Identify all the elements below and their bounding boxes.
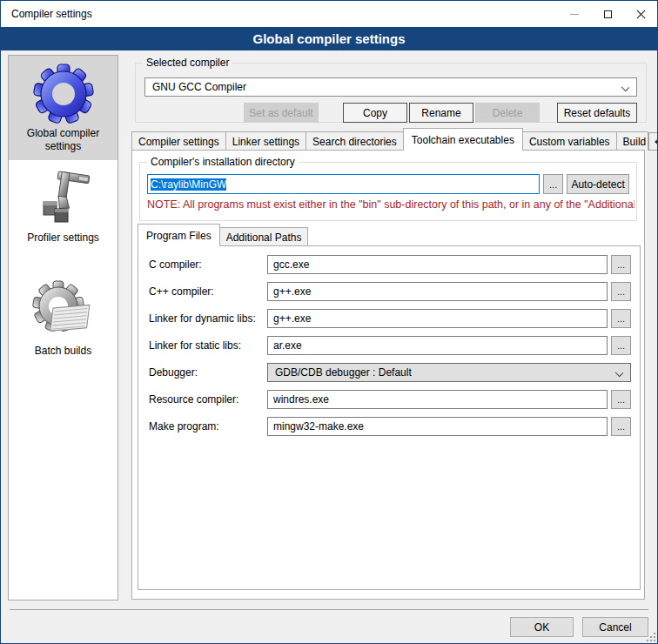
program-row-c-compiler: C compiler: ... xyxy=(149,255,631,274)
settings-tabstrip: Compiler settings Linker settings Search… xyxy=(131,130,658,151)
c-compiler-browse-button[interactable]: ... xyxy=(611,255,631,274)
installation-note: NOTE: All programs must exist either in … xyxy=(147,198,634,211)
toolchain-executables-page: Compiler's installation directory C:\ray… xyxy=(131,150,645,600)
resource-compiler-browse-button[interactable]: ... xyxy=(611,390,631,409)
installation-directory-group: Compiler's installation directory C:\ray… xyxy=(139,162,637,221)
gear-blue-icon xyxy=(32,63,95,125)
sidebar-item-label: Global compiler settings xyxy=(9,127,118,153)
installation-dir-browse-button[interactable]: ... xyxy=(543,174,563,194)
program-row-cpp-compiler: C++ compiler: ... xyxy=(149,282,631,301)
chevron-down-icon xyxy=(621,84,629,91)
reset-defaults-button[interactable]: Reset defaults xyxy=(557,103,637,123)
minimize-icon xyxy=(570,14,579,15)
sidebar-item-batch-builds[interactable]: Batch builds xyxy=(9,275,118,385)
program-files-tabstrip: Program Files Additional Paths xyxy=(138,225,307,246)
debugger-select-value: GDB/CDB debugger : Default xyxy=(275,366,412,379)
make-program-input[interactable] xyxy=(267,417,608,436)
field-label: Linker for dynamic libs: xyxy=(149,312,267,325)
window-title: Compiler settings xyxy=(11,8,92,20)
program-row-resource-compiler: Resource compiler: ... xyxy=(149,390,631,409)
minimize-button[interactable] xyxy=(558,1,591,27)
linker-dynamic-input[interactable] xyxy=(267,309,608,328)
banner-title: Global compiler settings xyxy=(252,31,405,46)
installation-dir-input[interactable]: C:\raylib\MinGW xyxy=(147,174,540,194)
field-label: Resource compiler: xyxy=(149,393,267,406)
field-label: Make program: xyxy=(149,420,267,433)
compiler-select[interactable]: GNU GCC Compiler xyxy=(144,77,637,97)
maximize-icon xyxy=(604,10,612,18)
main-content: Selected compiler GNU GCC Compiler Set a… xyxy=(130,55,652,612)
program-row-linker-static: Linker for static libs: ... xyxy=(149,336,631,355)
tab-search-directories[interactable]: Search directories xyxy=(306,131,404,151)
sidebar-item-global-compiler-settings[interactable]: Global compiler settings xyxy=(9,56,118,160)
rename-button[interactable]: Rename xyxy=(409,103,473,123)
installation-dir-row: C:\raylib\MinGW ... Auto-detect xyxy=(147,174,629,194)
field-label: Linker for static libs: xyxy=(149,339,267,352)
field-label: Debugger: xyxy=(149,366,267,379)
tab-linker-settings[interactable]: Linker settings xyxy=(225,131,306,151)
program-files-panel: C compiler: ... C++ compiler: ... Linker… xyxy=(138,245,641,590)
compiler-settings-dialog: Compiler settings Global compiler settin… xyxy=(0,0,658,644)
window-controls xyxy=(558,1,657,27)
close-icon xyxy=(636,10,646,19)
resource-compiler-input[interactable] xyxy=(267,390,608,409)
footer-divider xyxy=(10,609,648,610)
field-label: C compiler: xyxy=(149,258,267,271)
group-label: Selected compiler xyxy=(143,57,232,69)
program-row-linker-dynamic: Linker for dynamic libs: ... xyxy=(149,309,631,328)
selected-compiler-group: Selected compiler GNU GCC Compiler Set a… xyxy=(135,63,647,123)
caliper-icon xyxy=(32,167,95,230)
linker-static-input[interactable] xyxy=(267,336,608,355)
tab-program-files[interactable]: Program Files xyxy=(138,224,220,246)
c-compiler-input[interactable] xyxy=(267,255,608,274)
compiler-buttons-row: Set as default Copy Rename Delete Reset … xyxy=(144,103,637,123)
tab-toolchain-executables[interactable]: Toolchain executables xyxy=(403,128,523,151)
make-program-browse-button[interactable]: ... xyxy=(611,417,631,436)
arrow-left-icon xyxy=(655,138,658,145)
linker-dynamic-browse-button[interactable]: ... xyxy=(611,309,631,328)
resize-grip[interactable] xyxy=(647,633,655,641)
close-button[interactable] xyxy=(624,1,657,27)
ok-button[interactable]: OK xyxy=(510,617,574,637)
debugger-select[interactable]: GDB/CDB debugger : Default xyxy=(267,363,631,382)
installation-dir-value: C:\raylib\MinGW xyxy=(151,178,226,191)
group-label: Compiler's installation directory xyxy=(147,156,299,168)
chevron-down-icon xyxy=(615,369,623,377)
program-row-make-program: Make program: ... xyxy=(149,417,631,436)
sidebar-item-profiler-settings[interactable]: Profiler settings xyxy=(9,162,118,272)
dialog-banner: Global compiler settings xyxy=(1,27,657,50)
cancel-button[interactable]: Cancel xyxy=(582,617,648,637)
titlebar[interactable]: Compiler settings xyxy=(1,1,657,27)
field-label: C++ compiler: xyxy=(149,285,267,298)
tab-additional-paths[interactable]: Additional Paths xyxy=(219,227,309,246)
copy-button[interactable]: Copy xyxy=(343,103,407,123)
cpp-compiler-input[interactable] xyxy=(267,282,608,301)
delete-button[interactable]: Delete xyxy=(475,103,540,123)
maximize-button[interactable] xyxy=(591,1,624,27)
sidebar-item-label: Batch builds xyxy=(9,345,118,358)
set-as-default-button[interactable]: Set as default xyxy=(244,103,319,123)
tab-scroll-arrows xyxy=(648,132,658,151)
compiler-select-value: GNU GCC Compiler xyxy=(152,81,246,93)
tab-custom-variables[interactable]: Custom variables xyxy=(522,131,617,151)
tab-build-options-clipped[interactable]: Build xyxy=(616,131,648,151)
linker-static-browse-button[interactable]: ... xyxy=(611,336,631,355)
cpp-compiler-browse-button[interactable]: ... xyxy=(611,282,631,301)
gear-stack-icon xyxy=(32,280,95,343)
program-row-debugger: Debugger: GDB/CDB debugger : Default xyxy=(149,363,631,382)
tab-scroll-left-button[interactable] xyxy=(648,132,658,151)
settings-category-sidebar: Global compiler settings xyxy=(8,55,118,600)
tab-compiler-settings[interactable]: Compiler settings xyxy=(131,131,226,151)
auto-detect-button[interactable]: Auto-detect xyxy=(567,174,629,194)
sidebar-item-label: Profiler settings xyxy=(9,231,118,245)
